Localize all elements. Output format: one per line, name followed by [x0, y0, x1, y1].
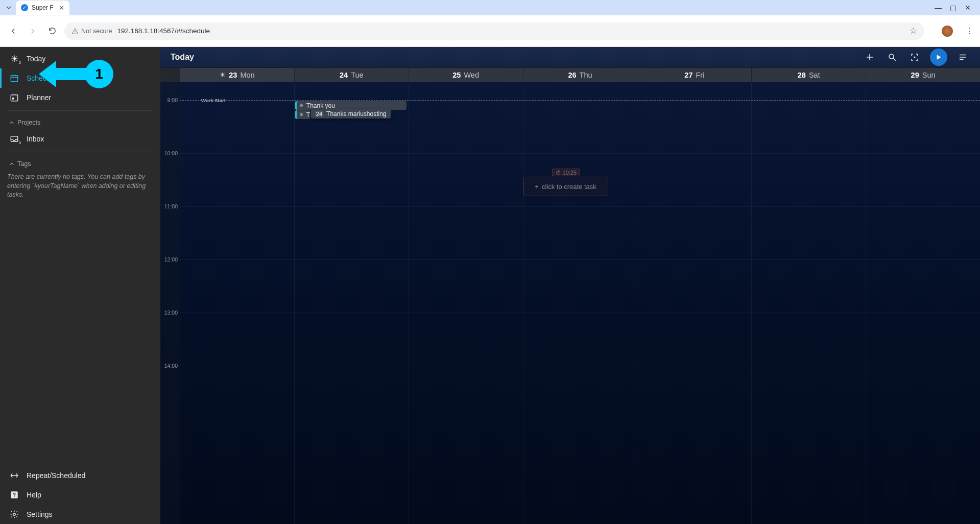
sidebar-item-planner[interactable]: Planner — [0, 88, 160, 107]
sidebar-section-projects[interactable]: Projects — [0, 114, 160, 129]
tab-favicon-icon: ✓ — [21, 4, 28, 11]
day-col-wed[interactable] — [409, 82, 523, 524]
svg-point-14 — [914, 57, 916, 58]
ghost-time: ⏱10:25 — [552, 169, 581, 176]
svg-line-13 — [893, 58, 896, 61]
event-title: Thank you — [306, 102, 335, 109]
day-col-sat[interactable] — [751, 82, 866, 524]
event-title: T — [306, 111, 310, 118]
svg-text:?: ? — [13, 492, 16, 498]
tab-title: Super F — [32, 4, 54, 11]
sun-icon: ☀ — [299, 112, 304, 117]
annotation-number: 1 — [85, 60, 113, 88]
browser-menu-icon[interactable]: ⋮ — [965, 26, 974, 36]
calendar-event[interactable]: ☀ T — [295, 110, 310, 119]
inbox-icon: 3 — [9, 134, 19, 144]
focus-button[interactable] — [907, 50, 922, 64]
sidebar-item-settings[interactable]: Settings — [0, 505, 160, 524]
chevron-icon — [9, 161, 14, 166]
calendar-days: Work Start ☀ Thank you ☀ T 24 — [180, 82, 980, 524]
maximize-icon[interactable]: ▢ — [950, 4, 957, 12]
window-controls: — ▢ ✕ — [935, 4, 980, 12]
day-header-sun[interactable]: 29Sun — [866, 68, 980, 82]
sidebar: ☀2 Today Schedule Planner Projects 3 — [0, 47, 160, 524]
browser-chrome: ✓ Super F ✕ — ▢ ✕ Not secure 192.168.1.1… — [0, 0, 980, 47]
browser-tab[interactable]: ✓ Super F ✕ — [16, 1, 69, 15]
day-header-sat[interactable]: 28Sat — [751, 68, 866, 82]
create-task-ghost[interactable]: ⏱10:25 + click to create task — [523, 168, 608, 196]
sun-icon: ☀ — [299, 103, 304, 108]
sidebar-tags-empty: There are currently no tags. You can add… — [0, 171, 160, 202]
profile-avatar[interactable] — [942, 26, 953, 37]
topbar: Today — [160, 47, 980, 67]
sidebar-section-label: Tags — [17, 160, 31, 168]
sidebar-item-label: Inbox — [27, 135, 44, 143]
annotation-arrow: 1 — [56, 60, 113, 88]
day-header-thu[interactable]: 26Thu — [523, 68, 637, 82]
sidebar-item-inbox[interactable]: 3 Inbox — [0, 129, 160, 149]
tab-close-icon[interactable]: ✕ — [59, 4, 64, 12]
chevron-icon — [9, 120, 14, 125]
day-col-tue[interactable]: ☀ Thank you ☀ T 24 Thanks mariushosting — [294, 82, 409, 524]
address-bar[interactable]: Not secure 192.168.1.18:4567/#/schedule … — [64, 22, 924, 40]
time-label: 10:00 — [164, 150, 178, 156]
page-title: Today — [171, 53, 194, 62]
day-header-mon[interactable]: ☀ 23 Mon — [180, 68, 294, 82]
time-label: 11:00 — [164, 203, 178, 209]
tab-dropdown-icon[interactable] — [4, 3, 14, 13]
clock-icon: ⏱ — [556, 170, 561, 176]
security-label: Not secure — [81, 28, 112, 35]
back-button[interactable] — [6, 24, 20, 38]
sun-icon: ☀ — [220, 71, 226, 79]
sidebar-item-label: Help — [27, 491, 41, 499]
notes-button[interactable] — [955, 50, 970, 64]
day-header-fri[interactable]: 27Fri — [637, 68, 751, 82]
bookmark-star-icon[interactable]: ☆ — [910, 26, 917, 36]
repeat-icon — [9, 470, 19, 481]
close-window-icon[interactable]: ✕ — [965, 4, 971, 12]
sidebar-item-help[interactable]: ? Help — [0, 485, 160, 505]
warning-icon — [71, 28, 79, 35]
time-label: 12:00 — [164, 256, 178, 263]
time-label: 14:00 — [164, 363, 178, 369]
ghost-label: click to create task — [542, 183, 596, 190]
tab-bar: ✓ Super F ✕ — ▢ ✕ — [0, 0, 980, 15]
sidebar-section-label: Projects — [17, 119, 40, 126]
svg-point-11 — [13, 513, 16, 516]
gear-icon — [9, 509, 19, 519]
security-indicator[interactable]: Not secure — [71, 28, 112, 35]
sidebar-item-label: Settings — [27, 510, 53, 518]
play-button[interactable] — [930, 49, 947, 66]
add-button[interactable] — [863, 50, 877, 64]
sidebar-divider — [7, 110, 153, 111]
sidebar-item-repeat[interactable]: Repeat/Scheduled — [0, 466, 160, 485]
time-label: 9:00 — [168, 97, 178, 103]
minimize-icon[interactable]: — — [935, 4, 942, 12]
day-header-wed[interactable]: 25Wed — [409, 68, 523, 82]
calendar-icon — [9, 73, 19, 83]
svg-point-12 — [889, 54, 894, 59]
sidebar-section-tags[interactable]: Tags — [0, 155, 160, 171]
time-label: 13:00 — [164, 309, 178, 316]
event-tooltip: 24 Thanks mariushosting — [311, 109, 391, 118]
svg-rect-6 — [11, 95, 18, 101]
topbar-actions — [863, 49, 970, 66]
calendar-small-icon: 24 — [315, 111, 323, 117]
day-col-sun[interactable] — [866, 82, 980, 524]
sidebar-item-label: Repeat/Scheduled — [27, 471, 85, 480]
plus-icon: + — [535, 183, 539, 190]
calendar-header: ☀ 23 Mon 24Tue 25Wed 26Thu 27Fri 28Sat 2… — [160, 67, 980, 82]
reload-button[interactable] — [45, 24, 59, 38]
time-gutter: 9:00 10:00 11:00 12:00 13:00 14:00 — [160, 82, 180, 524]
day-col-mon[interactable] — [180, 82, 294, 524]
day-col-fri[interactable] — [637, 82, 751, 524]
sidebar-item-label: Planner — [27, 93, 51, 102]
day-col-thu[interactable]: ⏱10:25 + click to create task — [523, 82, 637, 524]
address-bar-row: Not secure 192.168.1.18:4567/#/schedule … — [0, 15, 980, 47]
url-text: 192.168.1.18:4567/#/schedule — [117, 27, 210, 35]
day-header-tue[interactable]: 24Tue — [294, 68, 409, 82]
search-button[interactable] — [885, 50, 899, 64]
forward-button[interactable] — [26, 24, 40, 38]
svg-rect-7 — [12, 98, 14, 100]
calendar-event[interactable]: ☀ Thank you — [295, 101, 407, 110]
